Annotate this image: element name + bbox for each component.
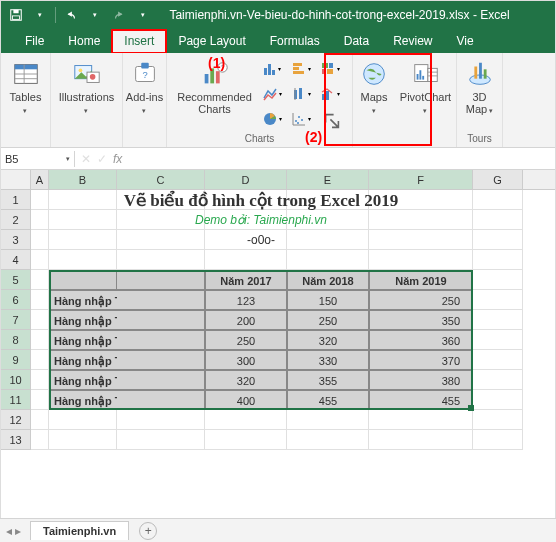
svg-rect-38 [322, 94, 325, 100]
row-label: Hàng nhập Tháng 5 [49, 290, 117, 310]
addins-button[interactable]: ? Add-ins▾ [125, 57, 165, 115]
rowhdr-12[interactable]: 12 [1, 410, 31, 430]
undo-icon[interactable] [60, 4, 82, 26]
line-chart-icon[interactable]: ▾ [258, 82, 286, 106]
tables-label: Tables [10, 91, 42, 103]
undo-caret[interactable]: ▾ [84, 4, 106, 26]
svg-text:▾: ▾ [308, 116, 311, 122]
maps-button[interactable]: Maps▾ [355, 57, 393, 115]
rowhdr-5[interactable]: 5 [1, 270, 31, 290]
tab-pagelayout[interactable]: Page Layout [166, 30, 257, 53]
tab-review[interactable]: Review [381, 30, 444, 53]
rowhdr-2[interactable]: 2 [1, 210, 31, 230]
svg-rect-30 [322, 69, 326, 74]
fx-confirm-icon[interactable]: ✓ [97, 152, 107, 166]
rowhdr-9[interactable]: 9 [1, 350, 31, 370]
sheet-tabs-bar: ◂ ▸ Taimienphi.vn + [0, 518, 556, 542]
formula-bar-row: B5▾ ✕ ✓ fx [1, 148, 555, 170]
rowhdr-1[interactable]: 1 [1, 190, 31, 210]
tab-file[interactable]: File [13, 30, 56, 53]
svg-point-47 [301, 119, 303, 121]
annotation-2: (2) [305, 129, 322, 145]
svg-text:▾: ▾ [308, 91, 311, 97]
svg-text:▾: ▾ [308, 66, 311, 72]
rowhdr-3[interactable]: 3 [1, 230, 31, 250]
colhdr-D[interactable]: D [205, 170, 287, 189]
colhdr-C[interactable]: C [117, 170, 205, 189]
row-label: Hàng nhập Tháng 10 [49, 390, 117, 410]
rowhdr-4[interactable]: 4 [1, 250, 31, 270]
rowhdr-11[interactable]: 11 [1, 390, 31, 410]
colhdr-B[interactable]: B [49, 170, 117, 189]
svg-rect-24 [293, 63, 302, 66]
table-row: Hàng nhập Tháng 8300330370 [31, 350, 523, 370]
tab-home[interactable]: Home [56, 30, 112, 53]
svg-point-45 [295, 120, 297, 122]
svg-rect-1 [13, 10, 18, 14]
tab-data[interactable]: Data [332, 30, 381, 53]
menu-bar: File Home Insert Page Layout Formulas Da… [1, 29, 555, 53]
name-box[interactable]: B5▾ [1, 151, 75, 167]
group-tables: Tables▾ [1, 53, 51, 147]
redo-icon[interactable] [108, 4, 130, 26]
scatter-chart-icon[interactable]: ▾ [287, 107, 315, 131]
3dmap-label: 3D Map [466, 91, 487, 115]
illustrations-button[interactable]: Illustrations▾ [55, 57, 119, 115]
bar-chart-icon[interactable]: ▾ [287, 57, 315, 81]
sheet-nav[interactable]: ◂ ▸ [6, 524, 21, 538]
table-row: Hàng nhập Tháng 5123150250 [31, 290, 523, 310]
colhdr-E[interactable]: E [287, 170, 369, 189]
colhdr-G[interactable]: G [473, 170, 523, 189]
rowhdr-7[interactable]: 7 [1, 310, 31, 330]
table-header-2017: Năm 2017 [205, 270, 287, 290]
svg-rect-31 [327, 69, 333, 74]
colhdr-F[interactable]: F [369, 170, 473, 189]
charts-dialog-launcher[interactable] [316, 107, 344, 131]
rowhdr-8[interactable]: 8 [1, 330, 31, 350]
illustrations-label: Illustrations [59, 91, 115, 103]
tab-insert[interactable]: Insert [112, 30, 166, 53]
hierarchy-chart-icon[interactable]: ▾ [316, 57, 344, 81]
fx-cancel-icon[interactable]: ✕ [81, 152, 91, 166]
table-header-2018: Năm 2018 [287, 270, 369, 290]
fx-icon[interactable]: fx [113, 152, 122, 166]
combo-chart-icon[interactable]: ▾ [316, 82, 344, 106]
group-illustrations: Illustrations▾ [51, 53, 123, 147]
statistic-chart-icon[interactable]: ▾ [287, 82, 315, 106]
column-chart-icon[interactable]: ▾ [258, 57, 286, 81]
svg-rect-26 [293, 71, 304, 74]
rowhdr-10[interactable]: 10 [1, 370, 31, 390]
svg-rect-35 [299, 88, 302, 99]
svg-rect-55 [427, 68, 436, 81]
colhdr-A[interactable]: A [31, 170, 49, 189]
row-label: Hàng nhập Tháng 6 [49, 310, 117, 330]
pie-chart-icon[interactable]: ▾ [258, 107, 286, 131]
svg-point-11 [89, 74, 95, 80]
add-sheet-button[interactable]: + [139, 522, 157, 540]
quick-access-toolbar: ▾ ▾ ▾ [1, 4, 154, 26]
svg-rect-4 [14, 65, 37, 70]
rowhdr-13[interactable]: 13 [1, 430, 31, 450]
save-icon[interactable] [5, 4, 27, 26]
table-header-blank2 [117, 270, 205, 290]
select-all-corner[interactable] [1, 170, 31, 189]
svg-point-9 [78, 68, 82, 72]
table-row: Hàng nhập Tháng 7250320360 [31, 330, 523, 350]
tab-view[interactable]: Vie [445, 30, 486, 53]
cells-area[interactable]: Vẽ biểu đồ hình cột trong Excel 2019 Dem… [31, 190, 523, 450]
svg-rect-21 [268, 64, 271, 75]
table-row: Hàng nhập Tháng 6200250350 [31, 310, 523, 330]
rowhdr-6[interactable]: 6 [1, 290, 31, 310]
row-label: Hàng nhập Tháng 7 [49, 330, 117, 350]
svg-text:▾: ▾ [278, 66, 281, 72]
table-row: Hàng nhập Tháng 10400455455 [31, 390, 523, 410]
qat-more[interactable]: ▾ [132, 4, 154, 26]
tab-formulas[interactable]: Formulas [258, 30, 332, 53]
svg-rect-54 [422, 76, 424, 80]
tables-button[interactable]: Tables▾ [2, 57, 50, 115]
qat-caret[interactable]: ▾ [29, 4, 51, 26]
charts-group-label: Charts [245, 133, 274, 146]
pivotchart-button[interactable]: PivotChart▾ [397, 57, 455, 115]
sheet-tab-active[interactable]: Taimienphi.vn [30, 521, 129, 540]
3dmap-button[interactable]: 3D Map ▾ [459, 57, 501, 115]
